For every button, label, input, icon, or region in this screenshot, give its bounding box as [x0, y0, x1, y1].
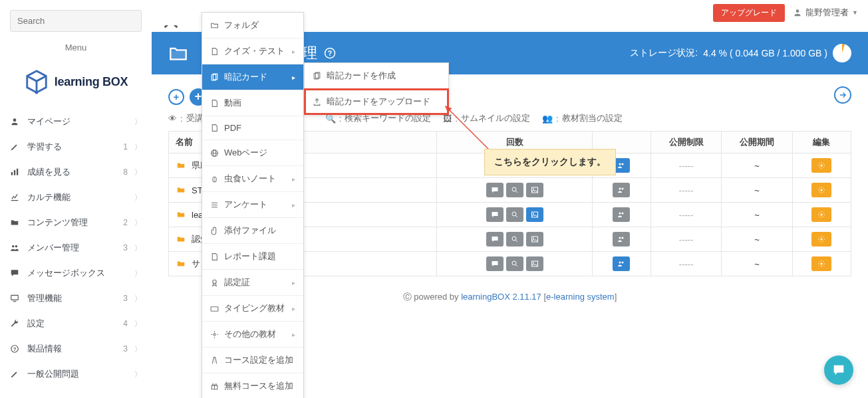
svg-rect-60 [211, 306, 218, 311]
upgrade-button[interactable]: アップグレード [713, 4, 785, 22]
col-edit[interactable]: 編集 [792, 132, 851, 153]
menu-item-タイピング教材[interactable]: タイピング教材 ▸ [202, 296, 303, 322]
chevron-right-icon: 〉 [134, 344, 142, 354]
menu-item-その他の教材[interactable]: その他の教材 ▸ [202, 322, 303, 348]
sidebar-item-0[interactable]: マイページ 〉 [0, 109, 152, 134]
menu-item-クイズ・テスト[interactable]: クイズ・テスト ▸ [202, 39, 303, 64]
eye-icon: 👁 [168, 114, 177, 124]
logo[interactable]: learning BOX [0, 62, 152, 109]
menu-item-アンケート[interactable]: アンケート ▸ [202, 192, 303, 218]
logo-cube-icon [24, 69, 49, 94]
footer-link-system[interactable]: e-learning system [546, 292, 615, 302]
menu-item-添付ファイル[interactable]: 添付ファイル [202, 218, 303, 244]
cards-icon [313, 72, 321, 80]
zoom-button[interactable] [506, 207, 523, 222]
menu-item-label: タイピング教材 [224, 302, 292, 314]
footer-link-version[interactable]: learningBOX 2.11.17 [461, 292, 541, 302]
add-outline-button[interactable]: + [168, 89, 184, 105]
sidebar-item-3[interactable]: カルテ機能 〉 [0, 185, 152, 210]
edit-button[interactable] [811, 232, 831, 247]
menu-item-フォルダ[interactable]: フォルダ [202, 13, 303, 39]
menu-item-コース設定を追加[interactable]: コース設定を追加 [202, 348, 303, 373]
svg-text:?: ? [328, 49, 332, 57]
menu-item-無料コースを追加[interactable]: 無料コースを追加 [202, 373, 303, 398]
sidebar-item-6[interactable]: メッセージボックス 〉 [0, 260, 152, 286]
menu-item-虫食いノート[interactable]: 虫食いノート ▸ [202, 166, 303, 192]
menu-item-認定証[interactable]: 認定証 ▸ [202, 270, 303, 296]
sidebar-item-7[interactable]: 管理機能 3 〉 [0, 286, 152, 311]
submenu-item-1[interactable]: 暗記カードをアップロード [305, 89, 448, 114]
search-box [10, 10, 142, 32]
period-value: ~ [754, 210, 760, 220]
menu-item-PDF[interactable]: PDF [202, 116, 303, 140]
help-icon[interactable]: ? [324, 47, 336, 59]
edit-button[interactable] [811, 158, 831, 173]
menu-item-Webページ[interactable]: Webページ [202, 140, 303, 166]
comment-button[interactable] [486, 256, 504, 271]
svg-point-8 [15, 245, 17, 248]
svg-line-22 [515, 191, 517, 193]
menu-item-動画[interactable]: 動画 [202, 90, 303, 116]
edit-button[interactable] [811, 256, 831, 271]
sidebar-item-4[interactable]: コンテンツ管理 2 〉 [0, 210, 152, 235]
zoom-button[interactable] [506, 183, 523, 197]
sidebar-item-2[interactable]: 成績を見る 8 〉 [0, 159, 152, 185]
sidebar-item-badge: 4 [123, 319, 128, 328]
arrow-right-button[interactable] [834, 86, 851, 104]
search-input[interactable] [10, 10, 142, 32]
image-button[interactable] [526, 256, 543, 271]
filter-thumbnail[interactable]: 🖼 : サムネイルの設定 [443, 112, 530, 124]
chevron-right-icon: ▸ [292, 201, 295, 209]
comment-button[interactable] [486, 207, 504, 222]
folder-o-icon [210, 21, 219, 30]
image-button[interactable] [526, 232, 543, 247]
cards-icon [210, 73, 219, 82]
svg-point-59 [213, 280, 216, 283]
zoom-button[interactable] [506, 232, 523, 247]
zoom-button[interactable] [506, 256, 523, 271]
bug-icon [210, 175, 219, 183]
group-button[interactable] [613, 256, 630, 271]
sidebar-item-10[interactable]: 一般公開問題 〉 [0, 361, 152, 387]
file-icon [210, 252, 219, 261]
svg-point-19 [622, 163, 624, 165]
chevron-right-icon: 〉 [134, 243, 142, 253]
folder-icon [176, 210, 186, 219]
image-button[interactable] [526, 207, 543, 222]
svg-point-41 [821, 239, 823, 241]
menu-item-レポート課題[interactable]: レポート課題 [202, 244, 303, 270]
user-menu[interactable]: 龍野管理者 ▼ [793, 7, 858, 19]
group-button[interactable] [613, 232, 630, 247]
svg-point-34 [821, 214, 823, 216]
edit-button[interactable] [811, 207, 831, 222]
edit-button[interactable] [811, 183, 831, 197]
sidebar-item-badge: 3 [123, 243, 128, 252]
sidebar-item-8[interactable]: 設定 4 〉 [0, 311, 152, 336]
col-limit[interactable]: 公開制限 [651, 132, 721, 153]
comment-button[interactable] [486, 232, 504, 247]
svg-point-2 [35, 91, 38, 94]
svg-point-39 [619, 237, 621, 239]
folder-icon [176, 235, 186, 244]
period-value: ~ [754, 185, 760, 195]
group-button[interactable] [613, 207, 630, 222]
sidebar-item-1[interactable]: 学習する 1 〉 [0, 134, 152, 159]
filter-enrollment[interactable]: 👁 : 受講 [168, 112, 204, 124]
folder-icon [10, 218, 21, 227]
image-button[interactable] [526, 183, 543, 197]
filter-assignment[interactable]: 👥 : 教材割当の設定 [542, 112, 623, 124]
chat-button[interactable] [824, 355, 853, 385]
chevron-right-icon: ▸ [292, 175, 295, 183]
col-period[interactable]: 公開期間 [722, 132, 792, 153]
group-button[interactable] [613, 183, 630, 197]
menu-item-暗記カード[interactable]: 暗記カード ▸ [202, 64, 303, 90]
sidebar-item-9[interactable]: ? 製品情報 3 〉 [0, 336, 152, 361]
chevron-right-icon: ▸ [292, 74, 295, 81]
sidebar-item-5[interactable]: メンバー管理 3 〉 [0, 235, 152, 260]
svg-rect-9 [11, 295, 19, 300]
svg-point-26 [622, 188, 624, 190]
file-icon [210, 124, 219, 132]
help-icon: ? [10, 344, 21, 353]
submenu-item-0[interactable]: 暗記カードを作成 [305, 63, 448, 89]
comment-button[interactable] [486, 183, 504, 197]
